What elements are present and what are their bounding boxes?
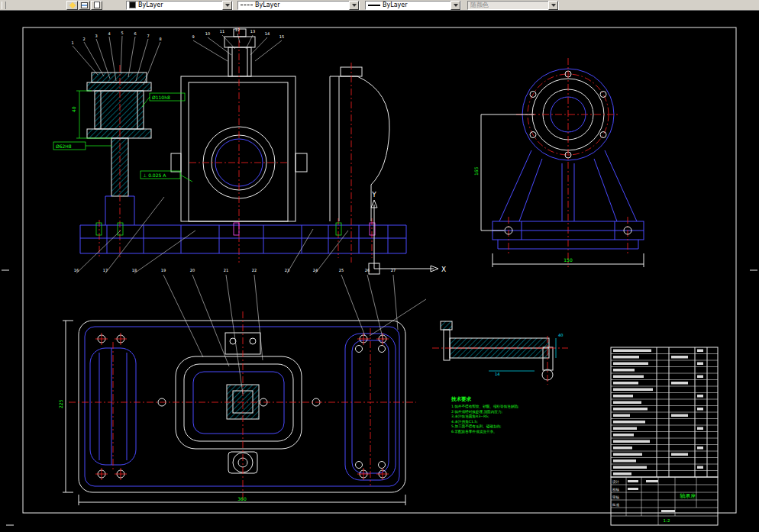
toolbar-grip[interactable] — [2, 2, 6, 9]
linetype-control-dropdown[interactable]: ByLayer — [237, 1, 360, 10]
detail-section-view — [432, 321, 568, 385]
color-control-dropdown[interactable]: ByLayer — [126, 1, 233, 10]
tech-req-line: 3.未注铸造圆角R3~R5; — [451, 414, 489, 419]
title-block-part-name: 轴承座 — [680, 493, 696, 499]
color-control-value: ByLayer — [138, 2, 163, 8]
side-view — [330, 63, 389, 263]
balloon: 11 — [220, 29, 224, 34]
model-space-canvas[interactable]: Y X 40 Ø62H8 Ø110h8 ⊥ 0.025 A 165 150 36… — [0, 11, 759, 532]
balloon: 3 — [95, 34, 97, 38]
dim-left-height: 40 — [71, 106, 76, 112]
linetype-control-value: ByLayer — [255, 2, 280, 8]
layer-properties-button[interactable] — [79, 1, 90, 10]
dim-end-left: 165 — [473, 166, 479, 176]
left-section-view — [87, 65, 151, 260]
balloon: 6 — [134, 31, 136, 36]
dim-plan-bottom: 360 — [237, 496, 247, 501]
balloon: 25 — [339, 268, 344, 272]
dropdown-arrow-icon[interactable] — [451, 1, 460, 10]
gdt-frame-1: Ø62H8 — [56, 143, 72, 149]
balloon: 17 — [103, 268, 108, 272]
balloon: 26 — [365, 268, 370, 272]
gdt-frame-2: Ø110h8 — [152, 95, 170, 100]
toolbar-spacer — [8, 5, 66, 5]
lineweight-control-value: ByLayer — [383, 2, 408, 8]
title-block-label: 校核 — [612, 488, 620, 492]
tech-req-title: 技术要求 — [451, 396, 472, 402]
color-swatch-icon — [129, 2, 136, 8]
tech-req-line: 6.装配前各零件须清洗干净。 — [451, 429, 497, 434]
title-block-label: 设计 — [612, 479, 620, 484]
object-properties-toolbar: ByLayer ByLayer ByLayer 随颜色 — [0, 0, 759, 11]
balloon: 22 — [252, 268, 257, 272]
dropdown-arrow-icon[interactable] — [222, 1, 232, 10]
dropdown-arrow-icon[interactable] — [349, 1, 359, 10]
layers-icon — [81, 2, 88, 8]
end-view — [493, 58, 644, 267]
balloon: 8 — [159, 37, 161, 41]
balloon: 18 — [132, 268, 137, 272]
balloon: 2 — [82, 37, 85, 41]
tech-req-line: 5.加工面不得有毛刺、磕碰划伤; — [451, 424, 502, 429]
balloon: 12 — [235, 27, 240, 32]
tech-req-line: 1.铸件不得有裂纹、砂眼、缩松等铸造缺陷; — [451, 404, 519, 409]
balloon: 1 — [71, 40, 73, 45]
x-axis-label: X — [441, 266, 446, 273]
make-layer-current-button[interactable] — [66, 1, 78, 10]
bom-table — [611, 347, 718, 477]
balloon: 14 — [265, 31, 270, 36]
balloon: 4 — [108, 31, 110, 36]
balloon: 16 — [74, 268, 79, 272]
balloon: 20 — [190, 268, 195, 272]
balloon: 7 — [147, 34, 149, 38]
dim-plan-left: 225 — [58, 399, 63, 408]
dim-detail-a: 40 — [558, 333, 563, 337]
plotstyle-control-value: 随颜色 — [470, 1, 489, 9]
balloon: 21 — [224, 268, 228, 272]
dimensions: 40 Ø62H8 Ø110h8 ⊥ 0.025 A 165 150 360 22… — [53, 91, 644, 505]
lineweight-control-dropdown[interactable]: ByLayer — [365, 1, 461, 10]
title-block: 设计 校核 审核 批准 轴承座 1:2 — [611, 477, 718, 525]
ucs-axis-icon: Y X — [369, 191, 446, 274]
linetype-sample-icon — [241, 5, 253, 5]
technical-requirements: 技术要求 1.铸件不得有裂纹、砂眼、缩松等铸造缺陷; 2.铸件须经时效处理,消除… — [451, 396, 519, 434]
dim-end-bottom: 150 — [564, 257, 573, 263]
dropdown-arrow-icon — [548, 1, 558, 10]
balloon: 10 — [205, 31, 210, 36]
tech-req-line: 4.未注倒角C1.5; — [451, 420, 478, 424]
balloon: 23 — [285, 268, 289, 272]
balloon: 27 — [391, 268, 396, 272]
y-axis-label: Y — [371, 191, 376, 198]
balloon: 9 — [192, 34, 194, 39]
balloon: 5 — [121, 31, 123, 35]
title-block-label: 批准 — [612, 503, 620, 507]
balloon: 13 — [250, 29, 255, 34]
plotstyle-control-dropdown[interactable]: 随颜色 — [467, 1, 559, 10]
lineweight-sample-icon — [368, 5, 380, 6]
sheet-icon — [94, 2, 100, 8]
drawing-canvas[interactable]: Y X 40 Ø62H8 Ø110h8 ⊥ 0.025 A 165 150 36… — [0, 11, 759, 532]
title-block-label: 审核 — [612, 495, 620, 499]
gdt-frame-3: ⊥ 0.025 A — [143, 172, 166, 178]
layer-diamond-icon — [69, 2, 75, 8]
balloon: 19 — [161, 268, 166, 272]
plan-view — [69, 311, 416, 502]
balloon: 24 — [313, 268, 318, 272]
balloon: 15 — [279, 34, 284, 39]
tech-req-line: 2.铸件须经时效处理,消除内应力; — [451, 409, 503, 414]
dim-detail-b: 14 — [495, 372, 499, 376]
title-block-scale: 1:2 — [664, 518, 670, 523]
base-band — [80, 218, 406, 258]
layer-states-button[interactable] — [91, 1, 102, 10]
